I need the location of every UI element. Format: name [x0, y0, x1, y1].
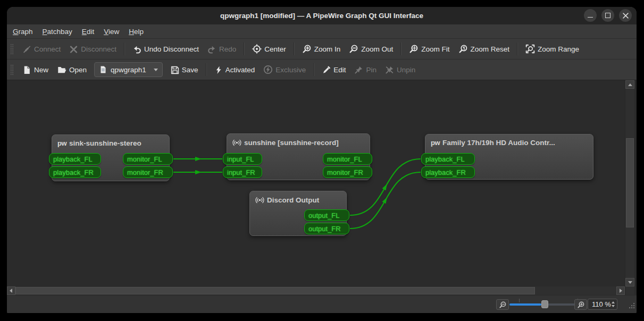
toolbar-button-label: Unpin: [397, 66, 415, 74]
toolbar-button-label: Edit: [333, 66, 346, 74]
edit-icon: [322, 65, 331, 74]
toolbar-handle[interactable]: [10, 64, 14, 75]
port-discord.output_FR[interactable]: output_FR: [304, 223, 349, 234]
exclusive-button[interactable]: Exclusive: [259, 62, 310, 78]
close-button[interactable]: [619, 9, 632, 22]
scroll-left-button[interactable]: [7, 286, 15, 295]
maximize-button[interactable]: [601, 9, 614, 22]
port-sink.playback_FL[interactable]: playback_FL: [49, 153, 101, 165]
redo-icon: [207, 45, 216, 54]
unpin-button[interactable]: Unpin: [381, 62, 420, 78]
zoom-out-icon: [349, 44, 358, 54]
toolbar-button-label: Disconnect: [81, 45, 116, 53]
port-sink.monitor_FR[interactable]: monitor_FR: [123, 166, 173, 178]
vertical-scroll-track[interactable]: [625, 89, 634, 278]
maximize-icon: [605, 13, 610, 18]
redo-button[interactable]: Redo: [203, 41, 240, 57]
close-icon: [623, 13, 629, 19]
port-family.playback_FL[interactable]: playback_FL: [421, 153, 475, 165]
toolbar-button-label: Zoom Out: [361, 45, 393, 53]
port-sunshine.input_FL[interactable]: input_FL: [223, 153, 262, 165]
zoom-out-icon: [499, 301, 507, 309]
speaker-icon: [232, 138, 241, 147]
patchbay-name: qpwgraph1: [111, 66, 146, 74]
zoom-reset-icon: [458, 44, 468, 54]
connection-arrow: [195, 170, 202, 174]
port-family.playback_FR[interactable]: playback_FR: [421, 166, 475, 178]
window-title: qpwgraph1 [modified] — A PipeWire Graph …: [220, 12, 423, 20]
toolbar-button-label: Zoom Range: [538, 45, 579, 53]
node-title: sink-sunshine-stereo: [69, 139, 141, 147]
port-sink.playback_FR[interactable]: playback_FR: [49, 166, 101, 178]
toolbar-file: NewOpenqpwgraph1SaveActivatedExclusiveEd…: [7, 59, 637, 80]
status-zoom-out-button[interactable]: [496, 299, 509, 310]
resize-grip[interactable]: [629, 302, 635, 311]
toolbar-button-label: Pin: [366, 66, 377, 74]
zoom-reset-button[interactable]: Zoom Reset: [454, 41, 514, 57]
pin-button[interactable]: Pin: [350, 62, 381, 78]
center-icon: [252, 44, 262, 54]
menubar-item-patchbay[interactable]: Patchbay: [38, 28, 77, 36]
menubar-item-graph[interactable]: Graph: [8, 28, 38, 36]
activated-button[interactable]: Activated: [210, 62, 260, 78]
pin-icon: [354, 65, 363, 74]
spin-down-button[interactable]: [612, 305, 615, 307]
horizontal-scroll-thumb[interactable]: [15, 287, 535, 294]
scroll-right-button[interactable]: [616, 286, 625, 295]
toolbar-separator: [294, 43, 295, 55]
zoom-fit-button[interactable]: Zoom Fit: [405, 41, 454, 57]
menubar-item-view[interactable]: View: [99, 28, 124, 36]
port-sunshine.monitor_FR[interactable]: monitor_FR: [323, 166, 372, 178]
zoom-fit-icon: [409, 44, 419, 54]
toolbar-button-label: Save: [182, 66, 198, 74]
connection-arrow: [195, 157, 202, 161]
port-discord.output_FL[interactable]: output_FL: [304, 209, 349, 221]
vertical-scroll-thumb[interactable]: [626, 138, 634, 227]
zoom-slider-handle[interactable]: [541, 300, 548, 308]
toolbar-button-label: Activated: [225, 66, 255, 74]
status-zoom-in-button[interactable]: [574, 299, 587, 310]
zoom-percent-spinbox[interactable]: 110 %: [588, 299, 617, 310]
toolbar-separator: [400, 43, 402, 55]
scroll-up-button[interactable]: [625, 80, 634, 89]
graph-canvas[interactable]: pwsink-sunshine-stereoplayback_FLplaybac…: [7, 80, 625, 286]
spin-up-button[interactable]: [612, 301, 615, 303]
new-button[interactable]: New: [18, 62, 53, 78]
menubar-item-edit[interactable]: Edit: [77, 28, 99, 36]
connect-button[interactable]: Connect: [18, 41, 65, 57]
minimize-button[interactable]: [584, 9, 597, 22]
activated-icon: [214, 65, 223, 74]
zoom-in-button[interactable]: Zoom In: [298, 41, 345, 57]
frame-edge: [634, 286, 637, 295]
zoom-out-button[interactable]: Zoom Out: [345, 41, 397, 57]
port-sunshine.input_FR[interactable]: input_FR: [223, 166, 262, 178]
horizontal-scroll-track[interactable]: [15, 286, 616, 295]
statusbar: 110 %: [7, 295, 637, 313]
port-label: output_FL: [308, 212, 340, 219]
port-sink.monitor_FL[interactable]: monitor_FL: [123, 153, 173, 165]
zoom-in-icon: [577, 301, 585, 309]
save-icon: [170, 65, 179, 74]
port-label: monitor_FL: [327, 155, 362, 163]
zoom-in-icon: [302, 44, 312, 54]
open-button[interactable]: Open: [53, 62, 91, 78]
save-button[interactable]: Save: [166, 62, 203, 78]
menubar-item-help[interactable]: Help: [124, 28, 148, 36]
toolbar-button-label: New: [34, 66, 48, 74]
zoom-range-button[interactable]: Zoom Range: [521, 41, 583, 57]
edit-button[interactable]: Edit: [317, 62, 350, 78]
scroll-down-button[interactable]: [625, 278, 634, 286]
titlebar[interactable]: qpwgraph1 [modified] — A PipeWire Graph …: [7, 7, 637, 24]
port-label: monitor_FR: [127, 168, 163, 176]
vertical-scrollbar[interactable]: [625, 80, 634, 286]
node-title: Discord Output: [267, 196, 319, 204]
port-sunshine.monitor_FL[interactable]: monitor_FL: [323, 153, 372, 165]
patchbay-selector[interactable]: qpwgraph1: [94, 62, 163, 77]
port-label: input_FR: [227, 168, 255, 176]
zoom-slider[interactable]: [509, 295, 580, 313]
center-button[interactable]: Center: [248, 41, 290, 57]
disconnect-button[interactable]: Disconnect: [65, 41, 121, 57]
toolbar-handle[interactable]: [10, 44, 14, 54]
undo-disconnect-button[interactable]: Undo Disconnect: [128, 41, 203, 57]
pipewire-icon: pw: [431, 139, 440, 147]
